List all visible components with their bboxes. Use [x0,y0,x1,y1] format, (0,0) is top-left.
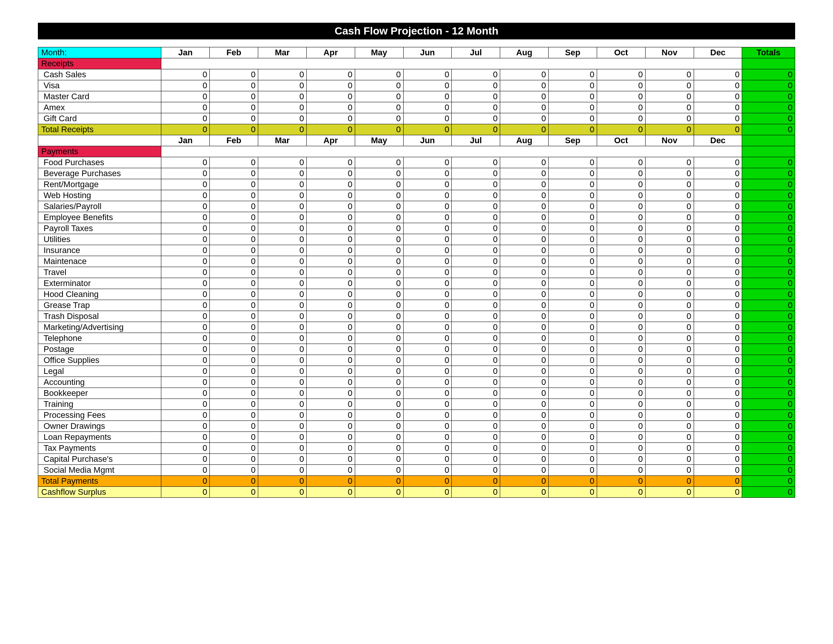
receipt-cell[interactable]: 0 [452,80,500,91]
payment-cell[interactable]: 0 [355,311,403,322]
payment-cell[interactable]: 0 [548,223,597,234]
payment-cell[interactable]: 0 [597,212,645,223]
payment-cell[interactable]: 0 [548,399,597,410]
payment-cell[interactable]: 0 [645,278,694,289]
payment-cell[interactable]: 0 [355,432,403,443]
payment-cell[interactable]: 0 [452,355,500,366]
payment-cell[interactable]: 0 [645,157,694,168]
payment-cell[interactable]: 0 [597,201,645,212]
payment-cell[interactable]: 0 [645,410,694,421]
receipt-cell[interactable]: 0 [210,102,258,113]
payment-cell[interactable]: 0 [403,454,452,465]
payment-cell[interactable]: 0 [597,388,645,399]
payment-cell[interactable]: 0 [500,179,548,190]
payment-cell[interactable]: 0 [355,190,403,201]
payment-cell[interactable]: 0 [306,311,355,322]
payment-cell[interactable]: 0 [694,212,742,223]
payment-cell[interactable]: 0 [645,256,694,267]
payment-cell[interactable]: 0 [645,344,694,355]
payment-cell[interactable]: 0 [355,410,403,421]
payment-cell[interactable]: 0 [548,388,597,399]
payment-cell[interactable]: 0 [161,465,210,476]
receipt-cell[interactable]: 0 [403,102,452,113]
payment-cell[interactable]: 0 [452,432,500,443]
payment-cell[interactable]: 0 [306,201,355,212]
payment-cell[interactable]: 0 [645,432,694,443]
payment-cell[interactable]: 0 [597,355,645,366]
payment-cell[interactable]: 0 [403,399,452,410]
payment-cell[interactable]: 0 [452,454,500,465]
payment-cell[interactable]: 0 [500,223,548,234]
payment-cell[interactable]: 0 [161,410,210,421]
payment-cell[interactable]: 0 [452,278,500,289]
payment-cell[interactable]: 0 [355,421,403,432]
payment-cell[interactable]: 0 [597,377,645,388]
payment-cell[interactable]: 0 [597,256,645,267]
payment-cell[interactable]: 0 [161,190,210,201]
payment-cell[interactable]: 0 [500,256,548,267]
payment-cell[interactable]: 0 [355,465,403,476]
payment-cell[interactable]: 0 [210,212,258,223]
payment-cell[interactable]: 0 [694,432,742,443]
payment-cell[interactable]: 0 [694,333,742,344]
payment-cell[interactable]: 0 [694,421,742,432]
receipt-cell[interactable]: 0 [645,113,694,124]
payment-cell[interactable]: 0 [355,366,403,377]
payment-cell[interactable]: 0 [210,190,258,201]
payment-cell[interactable]: 0 [548,278,597,289]
payment-cell[interactable]: 0 [210,168,258,179]
payment-cell[interactable]: 0 [306,289,355,300]
receipt-cell[interactable]: 0 [694,80,742,91]
payment-cell[interactable]: 0 [403,366,452,377]
payment-cell[interactable]: 0 [403,157,452,168]
payment-cell[interactable]: 0 [210,267,258,278]
receipt-cell[interactable]: 0 [548,69,597,80]
payment-cell[interactable]: 0 [403,333,452,344]
payment-cell[interactable]: 0 [548,311,597,322]
payment-cell[interactable]: 0 [161,179,210,190]
payment-cell[interactable]: 0 [306,190,355,201]
payment-cell[interactable]: 0 [403,278,452,289]
receipt-cell[interactable]: 0 [694,91,742,102]
payment-cell[interactable]: 0 [258,465,307,476]
receipt-cell[interactable]: 0 [548,102,597,113]
payment-cell[interactable]: 0 [306,245,355,256]
payment-cell[interactable]: 0 [306,256,355,267]
receipt-cell[interactable]: 0 [258,91,307,102]
payment-cell[interactable]: 0 [161,289,210,300]
payment-cell[interactable]: 0 [500,168,548,179]
payment-cell[interactable]: 0 [500,344,548,355]
payment-cell[interactable]: 0 [161,432,210,443]
payment-cell[interactable]: 0 [597,454,645,465]
receipt-cell[interactable]: 0 [210,91,258,102]
payment-cell[interactable]: 0 [210,399,258,410]
payment-cell[interactable]: 0 [161,223,210,234]
payment-cell[interactable]: 0 [161,311,210,322]
payment-cell[interactable]: 0 [258,399,307,410]
payment-cell[interactable]: 0 [452,157,500,168]
payment-cell[interactable]: 0 [548,344,597,355]
payment-cell[interactable]: 0 [403,201,452,212]
payment-cell[interactable]: 0 [403,355,452,366]
payment-cell[interactable]: 0 [210,179,258,190]
receipt-cell[interactable]: 0 [597,80,645,91]
payment-cell[interactable]: 0 [452,212,500,223]
payment-cell[interactable]: 0 [258,355,307,366]
receipt-cell[interactable]: 0 [161,80,210,91]
payment-cell[interactable]: 0 [403,267,452,278]
payment-cell[interactable]: 0 [355,157,403,168]
payment-cell[interactable]: 0 [452,223,500,234]
receipt-cell[interactable]: 0 [306,69,355,80]
payment-cell[interactable]: 0 [306,410,355,421]
payment-cell[interactable]: 0 [548,212,597,223]
payment-cell[interactable]: 0 [645,311,694,322]
payment-cell[interactable]: 0 [306,432,355,443]
receipt-cell[interactable]: 0 [161,69,210,80]
payment-cell[interactable]: 0 [597,300,645,311]
payment-cell[interactable]: 0 [452,333,500,344]
payment-cell[interactable]: 0 [452,366,500,377]
payment-cell[interactable]: 0 [597,223,645,234]
payment-cell[interactable]: 0 [355,333,403,344]
payment-cell[interactable]: 0 [500,278,548,289]
payment-cell[interactable]: 0 [306,399,355,410]
